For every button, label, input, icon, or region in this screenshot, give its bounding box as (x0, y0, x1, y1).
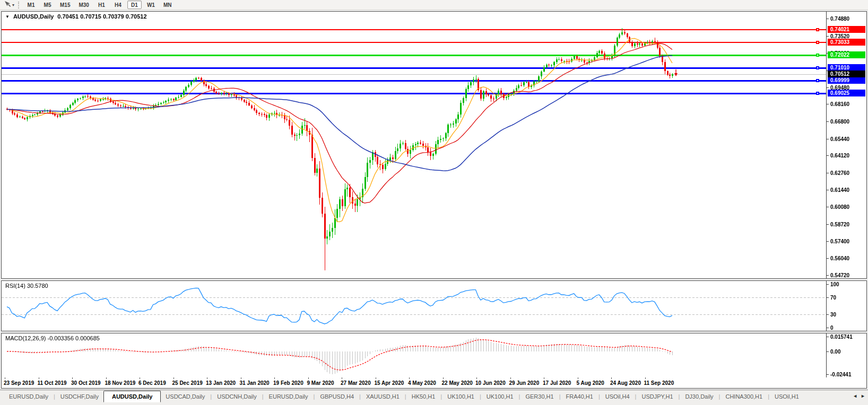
tab-uk100-h1[interactable]: UK100,H1 (482, 392, 518, 401)
timeframe-button-m15[interactable]: M15 (57, 1, 73, 9)
date-tick (72, 377, 73, 379)
tab-usoil-h1[interactable]: USOil,H1 (770, 392, 804, 401)
tab-hk50-h1[interactable]: HK50,H1 (407, 392, 440, 401)
date-tick (645, 377, 646, 379)
date-tick (39, 377, 39, 379)
date-axis-label: 6 Dec 2019 (138, 380, 166, 386)
rsi-tick-label: 100 (830, 281, 839, 288)
macd-pane: MACD(12,26,9) -0.003356 0.000685 0.01574… (1, 333, 867, 378)
date-axis-label: 24 Aug 2020 (610, 380, 641, 386)
tab-eurusd-daily[interactable]: EURUSD,Daily (264, 392, 313, 401)
timeframe-button-w1[interactable]: W1 (144, 1, 158, 9)
timeframe-button-mn[interactable]: MN (160, 1, 175, 9)
tab-xauusd-h1[interactable]: XAUUSD,H1 (361, 392, 404, 401)
macd-canvas[interactable] (2, 333, 866, 377)
tab-audusd-daily[interactable]: AUDUSD,Daily (103, 391, 161, 402)
main-chart-canvas[interactable] (2, 12, 866, 278)
timeframe-button-m30[interactable]: M30 (75, 1, 92, 9)
date-tick (207, 377, 207, 379)
toolbar-grip-handle[interactable] (18, 2, 21, 8)
tab-usdchf-daily[interactable]: USDCHF,Daily (56, 392, 103, 401)
macd-label: MACD(12,26,9) -0.003356 0.000685 (5, 335, 100, 341)
macd-tick-label: 0.015741 (830, 334, 853, 340)
cursor-tool-button[interactable]: ▾ (2, 1, 16, 10)
chart-tab-bar: EURUSD,Daily|USDCHF,DailyAUDUSD,DailyUSD… (0, 390, 868, 405)
date-axis-label: 19 Feb 2020 (273, 380, 303, 386)
chart-ohlc-values: 0.70451 0.70715 0.70379 0.70512 (57, 13, 146, 20)
price-tick-label: 0.68160 (830, 101, 849, 108)
date-axis: 23 Sep 201911 Oct 201930 Oct 201918 Nov … (1, 377, 867, 389)
hline-price-tag[interactable]: 0.69025 (828, 90, 865, 96)
tab-dj30-daily[interactable]: DJ30,Daily (680, 392, 718, 401)
rsi-tick-label: 30 (830, 312, 836, 318)
price-tick-label: 0.58720 (830, 222, 849, 228)
date-tick (611, 377, 612, 379)
timeframe-toolbar: M1M5M15M30H1H4D1W1MN (24, 1, 175, 9)
chevron-down-icon[interactable]: ▾ (12, 3, 14, 7)
date-tick (510, 377, 511, 379)
tab-scroll-right-button[interactable]: ► (861, 393, 865, 399)
timeframe-button-m1[interactable]: M1 (24, 1, 38, 9)
chart-symbol-label: AUDUSD,Daily (13, 13, 54, 20)
tab-eurusd-daily[interactable]: EURUSD,Daily (4, 392, 53, 401)
main-chart-pane: ▼ AUDUSD,Daily 0.70451 0.70715 0.70379 0… (1, 11, 867, 279)
collapse-triangle-icon[interactable]: ▼ (5, 14, 10, 19)
date-axis-label: 27 Mar 2020 (341, 380, 371, 386)
price-tick-label: 0.54720 (830, 272, 849, 279)
hline-price-tag[interactable]: 0.73033 (828, 39, 865, 46)
date-axis-label: 25 Dec 2019 (172, 380, 203, 386)
date-tick (106, 377, 107, 379)
tab-gbpusd-h4[interactable]: GBPUSD,H4 (315, 392, 359, 401)
date-tick (544, 377, 544, 379)
chart-tabs: EURUSD,Daily|USDCHF,DailyAUDUSD,DailyUSD… (4, 391, 804, 402)
macd-tick-label: 0.00 (830, 349, 840, 355)
timeframe-button-m5[interactable]: M5 (40, 1, 55, 9)
date-tick (5, 377, 5, 379)
date-tick (140, 377, 140, 379)
hline-price-tag[interactable]: 0.72022 (828, 51, 865, 58)
hline-price-tag[interactable]: 0.69999 (828, 77, 865, 84)
price-tick-label: 0.74880 (830, 16, 849, 22)
date-axis-label: 4 May 2020 (408, 380, 436, 386)
timeframe-button-h4[interactable]: H4 (111, 1, 125, 9)
tab-scroll-left-button[interactable]: ◄ (853, 393, 857, 399)
tab-usdcad-daily[interactable]: USDCAD,Daily (161, 392, 210, 401)
date-axis-label: 30 Oct 2019 (71, 380, 101, 386)
tab-usdjpy-h1[interactable]: USDJPY,H1 (637, 392, 678, 401)
date-tick (241, 377, 241, 379)
date-axis-label: 22 May 2020 (442, 380, 473, 386)
date-axis-label: 23 Sep 2019 (4, 380, 34, 386)
crosshair-tool-icon[interactable] (4, 0, 11, 10)
price-tick-label: 0.56040 (830, 256, 849, 262)
tab-scroll-controls: ◄ ► (853, 393, 865, 399)
rsi-canvas[interactable] (2, 281, 866, 331)
date-axis-label: 11 Sep 2020 (644, 380, 674, 386)
tab-usoil-h4[interactable]: USOil,H4 (601, 392, 635, 401)
date-axis-label: 5 Aug 2020 (577, 380, 604, 386)
date-tick (274, 377, 275, 379)
tab-china300-h1[interactable]: CHINA300,H1 (721, 392, 767, 401)
hline-price-tag[interactable]: 0.74021 (828, 26, 865, 33)
date-tick (476, 377, 477, 379)
timeframe-button-d1[interactable]: D1 (127, 1, 142, 9)
price-tick-label: 0.65440 (830, 136, 849, 143)
date-tick (173, 377, 174, 379)
date-axis-label: 10 Jun 2020 (475, 380, 506, 386)
toolbar: ▾ M1M5M15M30H1H4D1W1MN (0, 0, 868, 10)
date-tick (376, 377, 376, 379)
tab-ger30-h1[interactable]: GER30,H1 (520, 392, 558, 401)
price-tick-label: 0.60080 (830, 204, 849, 210)
timeframe-button-h1[interactable]: H1 (94, 1, 109, 9)
date-axis-label: 13 Jan 2020 (206, 380, 236, 386)
rsi-label: RSI(14) 30.5780 (5, 283, 48, 289)
price-tick-label: 0.62760 (830, 170, 849, 177)
chart-title: ▼ AUDUSD,Daily 0.70451 0.70715 0.70379 0… (5, 13, 147, 20)
date-axis-label: 18 Nov 2019 (105, 380, 136, 386)
tab-usdcnh-daily[interactable]: USDCNH,Daily (212, 392, 262, 401)
date-tick (409, 377, 410, 379)
tab-uk100-h1[interactable]: UK100,H1 (442, 392, 479, 401)
date-tick (578, 377, 578, 379)
tab-fra40-h1[interactable]: FRA40,H1 (561, 392, 598, 401)
date-axis-label: 31 Jan 2020 (240, 380, 270, 386)
price-tick-label: 0.57400 (830, 239, 849, 245)
